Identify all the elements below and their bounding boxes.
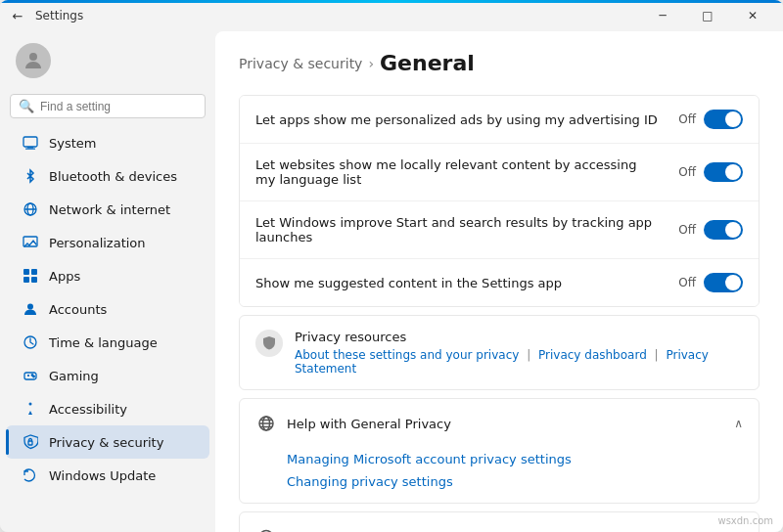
svg-point-12 [27,304,33,310]
help-chevron-icon: ∧ [734,417,743,430]
sidebar-item-update[interactable]: Windows Update [6,459,209,492]
help-link-1[interactable]: Changing privacy settings [287,474,743,489]
sidebar-item-gaming[interactable]: Gaming [6,359,209,392]
sidebar-item-system[interactable]: System [6,126,209,159]
title-bar-left: ← Settings [8,6,83,25]
toggle-ads[interactable] [704,110,743,129]
svg-rect-10 [23,277,29,283]
minimize-button[interactable]: ─ [640,0,685,31]
toggle-language[interactable] [704,162,743,182]
toggle-tracking[interactable] [704,220,743,240]
watermark: wsxdn.com [717,515,773,526]
close-button[interactable]: ✕ [730,0,775,31]
top-accent [0,0,783,3]
sidebar-item-label-privacy: Privacy & security [49,435,163,450]
privacy-link-separator: | [523,348,534,362]
globe-icon [255,413,277,434]
sidebar-item-time[interactable]: Time & language [6,326,209,359]
maximize-button[interactable]: □ [685,0,730,31]
settings-row-tracking: Let Windows improve Start and search res… [240,201,759,259]
help-header-left: Help with General Privacy [255,413,451,434]
settings-row-label-ads: Let apps show me personalized ads by usi… [255,112,678,127]
sidebar-item-bluetooth[interactable]: Bluetooth & devices [6,159,209,193]
settings-window: ← Settings ─ □ ✕ 🔍 [0,0,783,532]
svg-rect-8 [23,269,29,275]
back-button[interactable]: ← [8,6,27,25]
settings-row-language: Let websites show me locally relevant co… [240,144,759,201]
nav-icon-privacy [22,433,39,451]
sidebar-item-label-gaming: Gaming [49,369,99,383]
privacy-link-row: About these settings and your privacy | … [295,348,743,376]
nav-icon-gaming [22,367,39,384]
breadcrumb-current: General [380,51,475,75]
toggle-group-ads: Off [678,110,743,129]
nav-icon-time [22,333,39,351]
sidebar: 🔍 System Bluetooth & devices Network & i… [0,31,215,532]
nav-icon-update [22,466,39,484]
toggle-group-tracking: Off [678,220,743,240]
privacy-link-0[interactable]: About these settings and your privacy [295,348,519,362]
settings-card: Let apps show me personalized ads by usi… [239,95,760,307]
toggle-label-suggested: Off [678,276,696,289]
nav-icon-system [22,134,39,152]
sidebar-item-label-accounts: Accounts [49,302,107,317]
help-title: Help with General Privacy [287,417,451,431]
toggle-group-language: Off [678,162,743,182]
settings-row-label-language: Let websites show me locally relevant co… [255,157,678,187]
nav-icon-bluetooth [22,167,39,185]
svg-point-18 [33,376,35,377]
search-input[interactable] [40,100,197,113]
main-layout: 🔍 System Bluetooth & devices Network & i… [0,31,783,532]
breadcrumb-parent: Privacy & security [239,56,362,71]
nav-icon-accounts [22,300,39,318]
content-area: Privacy & security › General Let apps sh… [215,31,783,532]
privacy-link-1[interactable]: Privacy dashboard [538,348,647,362]
search-icon: 🔍 [19,99,34,113]
sidebar-item-label-system: System [49,136,96,151]
svg-rect-11 [31,277,37,283]
title-bar: ← Settings ─ □ ✕ [0,0,783,31]
sidebar-item-accounts[interactable]: Accounts [6,292,209,326]
privacy-resources: Privacy resources About these settings a… [239,315,760,390]
svg-rect-2 [27,147,33,149]
help-links: Managing Microsoft account privacy setti… [240,448,759,503]
sidebar-item-privacy[interactable]: Privacy & security [6,425,209,459]
nav-container: System Bluetooth & devices Network & int… [0,126,215,492]
svg-rect-9 [31,269,37,275]
privacy-links: Privacy resources About these settings a… [295,330,743,376]
sidebar-item-label-update: Windows Update [49,468,156,483]
toggle-label-language: Off [678,165,696,179]
toggle-label-ads: Off [678,112,696,126]
sidebar-item-accessibility[interactable]: Accessibility [6,392,209,425]
settings-row-suggested: Show me suggested content in the Setting… [240,259,759,306]
window-title: Settings [35,9,83,22]
toggle-suggested[interactable] [704,273,743,292]
breadcrumb-chevron: › [368,56,374,71]
nav-icon-network [22,200,39,218]
svg-rect-1 [23,137,37,147]
svg-rect-3 [25,149,35,150]
sidebar-item-apps[interactable]: Apps [6,259,209,292]
help-section-header[interactable]: Help with General Privacy ∧ [240,399,759,448]
sidebar-item-label-apps: Apps [49,269,80,284]
privacy-icon [255,330,283,357]
toggle-label-tracking: Off [678,223,696,237]
avatar [16,43,51,78]
help-section: Help with General Privacy ∧ Managing Mic… [239,398,760,504]
sidebar-item-label-bluetooth: Bluetooth & devices [49,169,177,184]
breadcrumb: Privacy & security › General [239,51,760,75]
sidebar-item-personalization[interactable]: Personalization [6,226,209,259]
sidebar-item-label-network: Network & internet [49,202,170,217]
get-help-row[interactable]: Get help [239,511,760,532]
privacy-resources-title: Privacy resources [295,330,743,344]
help-link-0[interactable]: Managing Microsoft account privacy setti… [287,452,743,466]
search-box[interactable]: 🔍 [10,94,206,118]
svg-point-19 [29,403,32,406]
nav-icon-accessibility [22,400,39,418]
nav-icon-apps [22,267,39,285]
nav-icon-personalization [22,234,39,251]
svg-point-0 [29,53,37,61]
sidebar-item-label-accessibility: Accessibility [49,402,127,417]
settings-row-label-suggested: Show me suggested content in the Setting… [255,276,678,290]
sidebar-item-network[interactable]: Network & internet [6,193,209,226]
